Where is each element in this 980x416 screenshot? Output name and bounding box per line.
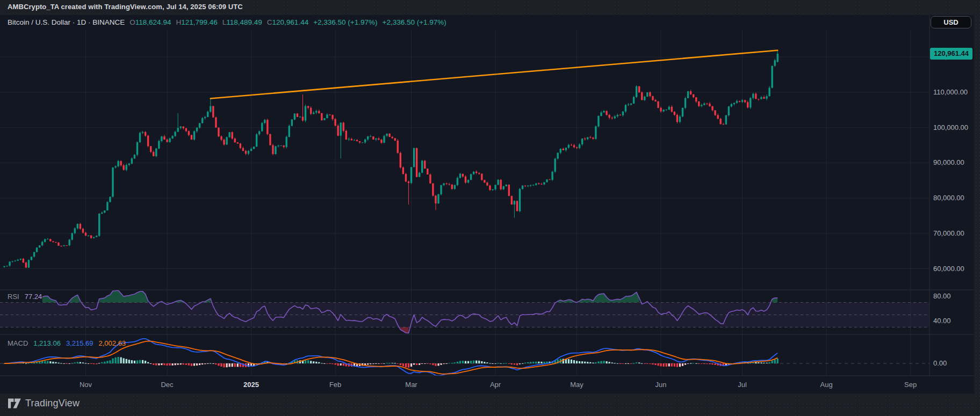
attribution-text: AMBCrypto_TA created with TradingView.co… <box>8 3 243 11</box>
price-axis-label: 40.00 <box>933 317 971 325</box>
ohlc-open: O118,624.94 <box>129 18 171 26</box>
rsi-value: 77.24 <box>25 293 42 301</box>
time-axis-label: Dec <box>161 381 173 389</box>
time-axis-label: Apr <box>490 381 501 389</box>
tradingview-logo-icon <box>8 398 21 409</box>
price-axis-label: 80.00 <box>933 292 971 301</box>
price-axis-label: 110,000.00 <box>933 88 971 97</box>
price-axis-label: 0.00 <box>933 359 971 368</box>
change-value-secondary: +2,336.50 (+1.97%) <box>383 18 446 26</box>
macd-legend: MACD 1,213.06 3,215.69 2,002.63 <box>8 339 126 347</box>
rsi-indicator-label[interactable]: RSI <box>8 293 19 301</box>
time-axis-label: 2025 <box>243 381 259 389</box>
time-axis-label: Mar <box>405 381 417 389</box>
time-axis-label: Nov <box>80 381 92 389</box>
time-axis-label: Jul <box>738 381 747 389</box>
rsi-legend: RSI 77.24 <box>8 293 42 301</box>
time-axis-label: May <box>570 381 583 389</box>
time-axis-label: Aug <box>820 381 833 389</box>
time-axis-label: Feb <box>329 381 341 389</box>
currency-toggle-button[interactable]: USD <box>931 16 971 28</box>
time-axis-label: Jun <box>655 381 667 389</box>
macd-pane <box>0 339 929 376</box>
macd-indicator-label[interactable]: MACD <box>8 339 28 347</box>
last-price-label: 120,961.44 <box>930 48 972 60</box>
price-axis-label: 90,000.00 <box>933 158 971 167</box>
ohlc-low: L118,489.49 <box>222 18 262 26</box>
price-axis-label: 100,000.00 <box>933 123 971 132</box>
price-axis-label: 80,000.00 <box>933 194 971 202</box>
change-value: +2,336.50 (+1.97%) <box>313 18 377 26</box>
chart-canvas[interactable] <box>0 15 974 393</box>
macd-histogram-value: 1,213.06 <box>33 339 61 347</box>
price-axis-label: 60,000.00 <box>933 265 971 273</box>
rsi-zone-fill <box>558 292 639 302</box>
macd-signal-value: 2,002.63 <box>99 339 126 347</box>
macd-line-value: 3,215.69 <box>66 339 93 347</box>
tradingview-logo-text: TradingView <box>25 398 80 409</box>
time-axis-label: Sep <box>904 381 917 389</box>
ohlc-close: C120,961.44 <box>267 18 308 26</box>
tradingview-logo[interactable]: TradingView <box>8 398 80 409</box>
ohlc-high: H121,799.46 <box>176 18 217 26</box>
rsi-pane <box>0 290 929 333</box>
price-axis-label: 70,000.00 <box>933 229 971 238</box>
trendline[interactable] <box>211 50 777 99</box>
symbol-legend: Bitcoin / U.S. Dollar · 1D · BINANCE O11… <box>8 18 446 26</box>
chart-area[interactable]: Bitcoin / U.S. Dollar · 1D · BINANCE O11… <box>0 15 974 393</box>
symbol-title[interactable]: Bitcoin / U.S. Dollar · 1D · BINANCE <box>8 18 125 26</box>
screenshot-root: AMBCrypto_TA created with TradingView.co… <box>0 0 980 416</box>
